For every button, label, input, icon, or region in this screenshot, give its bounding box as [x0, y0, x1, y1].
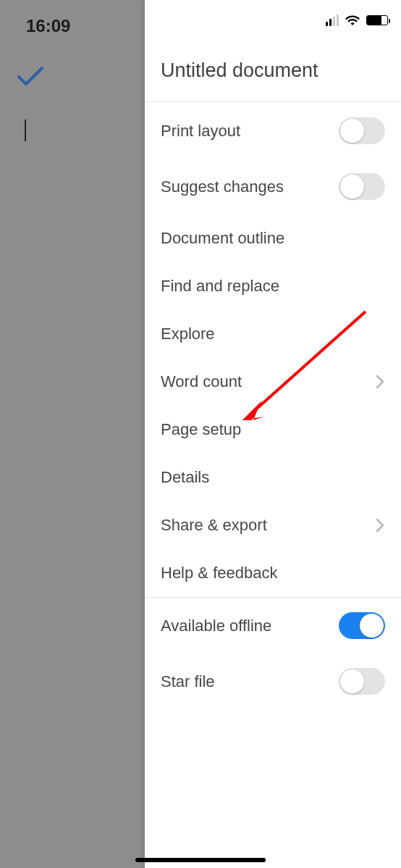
menu-label: Suggest changes: [161, 178, 339, 196]
menu-label: Available offline: [161, 617, 339, 635]
chevron-right-icon: [375, 374, 385, 390]
cellular-signal-icon: [326, 14, 339, 26]
menu-label: Star file: [161, 672, 339, 691]
menu-label: Find and replace: [161, 277, 385, 296]
menu-label: Help & feedback: [161, 564, 385, 583]
menu-item-document-outline[interactable]: Document outline: [145, 214, 401, 262]
toggle-print-layout[interactable]: [339, 117, 385, 144]
panel-title: Untitled document: [161, 59, 385, 102]
toggle-available-offline[interactable]: [339, 612, 385, 639]
menu-item-help-feedback[interactable]: Help & feedback: [145, 549, 401, 597]
menu-list: Print layout Suggest changes Document ou…: [145, 103, 401, 709]
menu-label: Explore: [161, 325, 385, 343]
battery-icon: [366, 15, 388, 25]
menu-item-suggest-changes[interactable]: Suggest changes: [145, 159, 401, 214]
menu-label: Document outline: [161, 229, 385, 248]
menu-item-available-offline[interactable]: Available offline: [145, 598, 401, 654]
menu-item-page-setup[interactable]: Page setup: [145, 406, 401, 454]
menu-item-print-layout[interactable]: Print layout: [145, 103, 401, 159]
divider: [145, 101, 401, 102]
menu-label: Share & export: [161, 516, 375, 535]
menu-item-find-replace[interactable]: Find and replace: [145, 262, 401, 310]
menu-item-explore[interactable]: Explore: [145, 310, 401, 358]
menu-label: Details: [161, 468, 385, 487]
menu-label: Page setup: [161, 420, 385, 439]
toggle-star-file[interactable]: [339, 668, 385, 695]
menu-item-word-count[interactable]: Word count: [145, 358, 401, 406]
screen: 16:09 Untitled document Print layout: [0, 0, 401, 868]
status-time: 16:09: [26, 16, 70, 36]
chevron-right-icon: [375, 517, 385, 533]
menu-item-details[interactable]: Details: [145, 454, 401, 501]
menu-item-star-file[interactable]: Star file: [145, 654, 401, 709]
menu-label: Print layout: [161, 122, 339, 141]
status-bar-right: [326, 14, 388, 26]
home-indicator[interactable]: [135, 858, 266, 862]
checkmark-icon: [16, 65, 45, 88]
toggle-suggest-changes[interactable]: [339, 173, 385, 200]
options-panel: Untitled document Print layout Suggest c…: [145, 0, 401, 868]
background-dim[interactable]: 16:09: [0, 0, 145, 868]
menu-label: Word count: [161, 372, 375, 391]
wifi-icon: [345, 14, 360, 26]
text-cursor: [25, 120, 26, 141]
menu-item-share-export[interactable]: Share & export: [145, 501, 401, 549]
